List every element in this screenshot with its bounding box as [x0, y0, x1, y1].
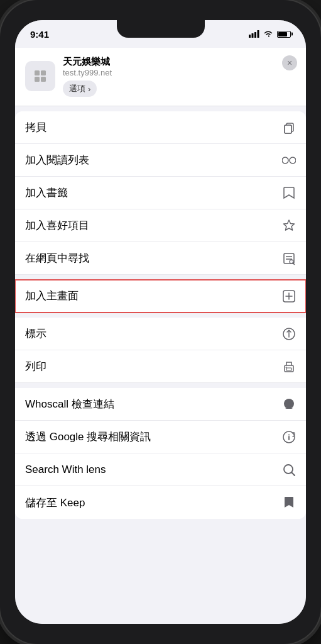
svg-rect-0 [249, 35, 251, 38]
options-chevron: › [88, 84, 90, 94]
menu-item-find[interactable]: 在網頁中尋找 [15, 242, 306, 275]
menu-item-favorites[interactable]: 加入喜好項目 [15, 209, 306, 242]
menu-item-markup[interactable]: 標示 [15, 318, 306, 350]
phone-frame: 9:41 [0, 0, 321, 644]
wifi-icon [263, 30, 273, 38]
battery-fill [278, 32, 287, 36]
menu-item-label-homescreen: 加入主畫面 [25, 289, 79, 303]
status-icons [249, 30, 291, 38]
svg-rect-24 [286, 368, 291, 370]
menu-item-label-keep: 儲存至 Keep [25, 496, 85, 510]
svg-point-25 [286, 367, 287, 368]
menu-item-homescreen[interactable]: 加入主畫面 [15, 280, 306, 313]
svg-point-12 [282, 157, 288, 164]
menu-section: 拷貝加入閱讀列表加入書籤加入喜好項目在網頁中尋找加入主畫面標示列印Whoscal… [15, 111, 306, 519]
menu-item-icon-whoscall [282, 397, 296, 411]
menu-divider [15, 313, 306, 318]
svg-point-29 [288, 434, 290, 435]
status-time: 9:41 [30, 29, 49, 40]
menu-item-icon-bookmark [282, 186, 296, 200]
svg-line-31 [292, 472, 295, 475]
svg-point-26 [284, 399, 294, 409]
menu-item-icon-homescreen [282, 289, 296, 303]
battery-icon [277, 31, 291, 38]
menu-item-label-favorites: 加入喜好項目 [25, 218, 89, 233]
menu-item-lens[interactable]: Search With lens [15, 453, 306, 486]
menu-item-icon-lens [282, 463, 296, 477]
menu-divider [15, 383, 306, 388]
svg-rect-5 [41, 70, 46, 75]
svg-rect-2 [254, 32, 256, 38]
top-card: 天元娛樂城 test.ty999.net 選項 › × [15, 48, 306, 106]
site-name: 天元娛樂城 [63, 55, 296, 68]
svg-rect-6 [35, 77, 40, 82]
svg-rect-4 [35, 70, 40, 75]
menu-item-label-whoscall: Whoscall 檢查連結 [25, 397, 114, 411]
menu-item-label-bookmark: 加入書籤 [25, 186, 68, 200]
signal-icon [249, 30, 259, 38]
menu-item-icon-find [282, 252, 296, 265]
menu-item-icon-favorites [282, 219, 296, 233]
menu-item-icon-keep [282, 496, 296, 509]
menu-item-icon-reading-list [282, 153, 296, 167]
menu-item-google[interactable]: 透過 Google 搜尋相關資訊 [15, 421, 306, 453]
menu-item-print[interactable]: 列印 [15, 350, 306, 383]
menu-item-label-reading-list: 加入閱讀列表 [25, 153, 89, 167]
menu-item-icon-markup [282, 327, 296, 341]
options-label: 選項 [69, 83, 85, 94]
status-bar: 9:41 [15, 20, 306, 48]
menu-item-whoscall[interactable]: Whoscall 檢查連結 [15, 388, 306, 421]
menu-item-label-copy: 拷貝 [25, 120, 46, 135]
menu-item-label-markup: 標示 [25, 326, 46, 341]
site-url: test.ty999.net [63, 68, 296, 79]
main-content: 天元娛樂城 test.ty999.net 選項 › × 拷貝加入閱讀列表加入書籤… [15, 48, 306, 624]
menu-item-label-google: 透過 Google 搜尋相關資訊 [25, 430, 151, 444]
svg-point-13 [290, 157, 296, 164]
screen: 9:41 [15, 20, 306, 624]
site-icon [25, 61, 55, 91]
menu-item-icon-copy [282, 121, 296, 135]
menu-item-label-print: 列印 [25, 359, 46, 374]
svg-rect-3 [258, 30, 259, 38]
close-button[interactable]: × [282, 55, 297, 70]
notch [117, 20, 205, 38]
menu-item-label-lens: Search With lens [25, 464, 106, 476]
menu-item-copy[interactable]: 拷貝 [15, 111, 306, 144]
svg-rect-7 [41, 77, 46, 82]
menu-item-icon-google [282, 430, 296, 444]
svg-rect-1 [252, 33, 254, 38]
menu-item-bookmark[interactable]: 加入書籤 [15, 177, 306, 209]
site-info: 天元娛樂城 test.ty999.net 選項 › [63, 55, 296, 97]
menu-item-label-find: 在網頁中尋找 [25, 251, 89, 265]
menu-item-reading-list[interactable]: 加入閱讀列表 [15, 144, 306, 177]
menu-divider [15, 275, 306, 280]
options-button[interactable]: 選項 › [63, 80, 97, 97]
menu-item-icon-print [282, 360, 296, 374]
menu-item-keep[interactable]: 儲存至 Keep [15, 486, 306, 519]
close-icon: × [287, 58, 292, 68]
svg-rect-10 [285, 125, 291, 133]
